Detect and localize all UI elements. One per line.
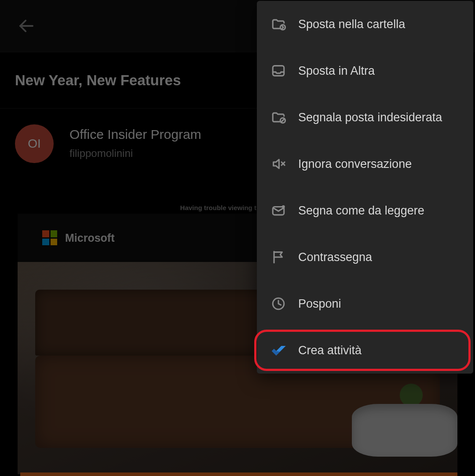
back-button[interactable] (13, 13, 40, 39)
email-subject: New Year, New Features (15, 72, 181, 89)
email-actions-menu: Sposta nella cartella Sposta in Altra Se… (257, 1, 473, 374)
svg-point-8 (282, 205, 285, 208)
menu-item-label: Ignora conversazione (298, 157, 412, 171)
microsoft-brand-text: Microsoft (65, 232, 115, 244)
todo-check-icon (267, 339, 289, 361)
menu-item-create-task[interactable]: Crea attività (257, 327, 473, 374)
arrow-left-icon (17, 17, 36, 35)
svg-rect-2 (273, 66, 284, 76)
inbox-other-icon (267, 60, 289, 82)
menu-item-label: Crea attività (298, 344, 362, 357)
recipient-display: filippomolinini (69, 147, 133, 160)
flag-icon (267, 246, 289, 268)
microsoft-logo-icon (42, 230, 57, 245)
menu-item-ignore-conversation[interactable]: Ignora conversazione (257, 141, 473, 187)
clock-icon (267, 293, 289, 315)
sender-avatar: OI (15, 124, 54, 163)
menu-item-snooze[interactable]: Posponi (257, 280, 473, 327)
menu-item-label: Segna come da leggere (298, 204, 424, 218)
folder-move-icon (267, 13, 289, 35)
menu-item-mark-unread[interactable]: Segna come da leggere (257, 187, 473, 234)
menu-item-move-folder[interactable]: Sposta nella cartella (257, 1, 473, 47)
email-screen: New Year, New Features OI Office Insider… (0, 0, 475, 476)
menu-item-label: Segnala posta indesiderata (298, 111, 442, 124)
menu-item-flag[interactable]: Contrassegna (257, 234, 473, 280)
menu-item-label: Contrassegna (298, 251, 372, 264)
menu-item-move-other[interactable]: Sposta in Altra (257, 47, 473, 94)
sender-name: Office Insider Program (69, 127, 201, 142)
menu-item-label: Posponi (298, 297, 341, 311)
mail-unread-icon (267, 200, 289, 222)
menu-item-label: Sposta nella cartella (298, 18, 405, 31)
menu-item-report-junk[interactable]: Segnala posta indesiderata (257, 94, 473, 141)
accent-strip (20, 472, 457, 476)
menu-item-label: Sposta in Altra (298, 64, 375, 78)
svg-line-4 (281, 119, 285, 122)
folder-block-icon (267, 106, 289, 128)
mute-icon (267, 153, 289, 175)
